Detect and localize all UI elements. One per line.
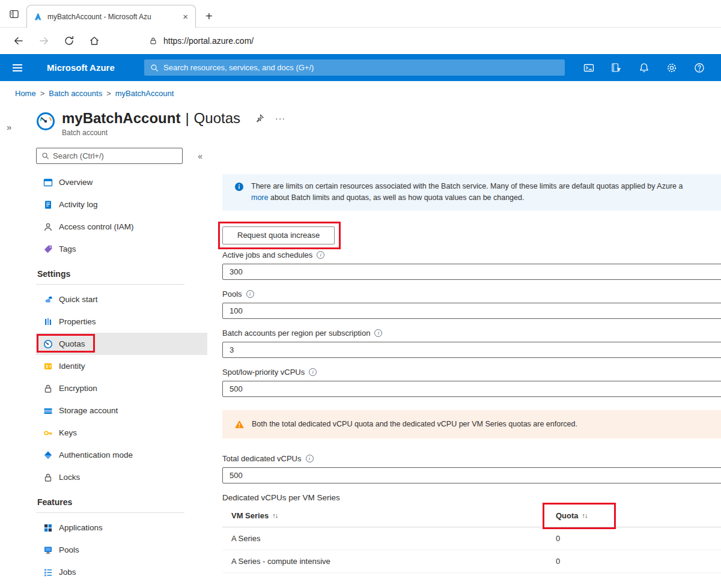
total-dedicated-vcpus-input[interactable]	[222, 467, 721, 483]
info-icon[interactable]: i	[306, 455, 314, 462]
sidebar-item-label: Properties	[59, 317, 96, 326]
table-header-row: VM Series ↑↓ Quota ↑↓	[222, 505, 721, 527]
sidebar-item-pools[interactable]: Pools	[36, 539, 207, 561]
sidebar-item-keys[interactable]: Keys	[36, 422, 207, 444]
info-icon[interactable]: i	[246, 290, 254, 298]
tab-close-icon[interactable]: ×	[181, 11, 189, 22]
sidebar-item-applications[interactable]: Applications	[36, 517, 207, 539]
sidebar-search-box[interactable]	[36, 148, 183, 164]
quotas-icon	[43, 339, 53, 349]
sidebar-item-label: Pools	[59, 545, 79, 554]
more-options-icon[interactable]: ···	[275, 114, 285, 123]
quota-cell: 0	[556, 534, 721, 543]
sidebar-item-label: Overview	[59, 178, 93, 187]
back-icon[interactable]	[13, 35, 24, 46]
sidebar-item-access-control[interactable]: Access control (IAM)	[36, 216, 207, 238]
warning-icon	[234, 419, 245, 429]
azure-brand[interactable]: Microsoft Azure	[47, 62, 135, 73]
sidebar-item-authentication-mode[interactable]: Authentication mode	[36, 444, 207, 466]
request-quota-increase-button[interactable]: Request quota increase	[222, 226, 335, 244]
access-control-icon	[43, 222, 53, 232]
sidebar-item-label: Storage account	[59, 406, 118, 415]
sidebar-item-label: Locks	[59, 473, 80, 482]
page-title-resource: myBatchAccount	[62, 110, 180, 127]
breadcrumb-batch-accounts[interactable]: Batch accounts	[49, 89, 102, 98]
sidebar-collapse-icon[interactable]: «	[198, 151, 202, 161]
sidebar-item-quotas[interactable]: Quotas	[36, 333, 207, 355]
breadcrumb-current[interactable]: myBatchAccount	[115, 89, 174, 98]
field-label: Total dedicated vCPUs	[222, 454, 302, 463]
sidebar-item-label: Tags	[59, 244, 76, 253]
batch-accounts-per-region-input[interactable]	[222, 342, 721, 358]
new-tab-button[interactable]: +	[205, 10, 213, 22]
sidebar-item-encryption[interactable]: Encryption	[36, 377, 207, 399]
tab-actions-icon[interactable]	[5, 4, 23, 24]
cloud-shell-icon[interactable]	[583, 62, 594, 73]
encryption-lock-icon	[43, 384, 53, 393]
jobs-icon	[43, 568, 53, 577]
sort-arrows-icon: ↑↓	[272, 512, 278, 519]
hamburger-menu-icon[interactable]	[0, 54, 35, 81]
sidebar-item-properties[interactable]: Properties	[36, 311, 207, 333]
column-header-quota[interactable]: Quota ↑↓	[556, 511, 721, 520]
lock-icon	[149, 37, 157, 45]
azure-top-bar: Microsoft Azure	[0, 54, 721, 81]
pin-icon[interactable]	[255, 114, 264, 123]
spot-vcpus-input[interactable]	[222, 381, 721, 397]
column-label: Quota	[556, 511, 579, 520]
field-pools: Poolsi	[222, 289, 721, 319]
azure-search-input[interactable]	[163, 63, 559, 72]
azure-search-box[interactable]	[144, 59, 565, 76]
applications-icon	[43, 523, 53, 533]
info-icon[interactable]: i	[317, 251, 324, 259]
sidebar-item-jobs[interactable]: Jobs	[36, 561, 207, 583]
portal-menu-expand-icon[interactable]: »	[7, 122, 11, 132]
field-batch-accounts-per-region: Batch accounts per region per subscripti…	[222, 329, 721, 358]
keys-icon	[43, 428, 53, 438]
authentication-mode-icon	[43, 450, 53, 460]
sidebar-search-input[interactable]	[53, 151, 177, 160]
info-banner-line2: more about Batch limits and quotas, as w…	[251, 192, 683, 204]
sidebar-item-activity-log[interactable]: Activity log	[36, 193, 207, 216]
table-row: A Series - compute intensive 0	[222, 550, 721, 573]
sidebar-item-overview[interactable]: Overview	[36, 171, 207, 193]
info-icon[interactable]: i	[309, 368, 317, 376]
tags-icon	[43, 244, 53, 254]
column-header-vm-series[interactable]: VM Series ↑↓	[231, 511, 556, 520]
url-field[interactable]: https://portal.azure.com/	[149, 36, 254, 46]
field-label: Active jobs and schedules	[222, 250, 312, 259]
vm-series-table: VM Series ↑↓ Quota ↑↓ A Series 0	[222, 505, 721, 573]
properties-icon	[43, 317, 53, 327]
page-subtitle: Batch account	[62, 129, 285, 137]
info-icon[interactable]: i	[374, 329, 382, 337]
sidebar-item-storage-account[interactable]: Storage account	[36, 399, 207, 422]
sidebar-item-identity[interactable]: Identity	[36, 355, 207, 377]
vm-series-table-caption: Dedicated vCPUs per VM Series	[222, 493, 721, 502]
info-banner-line1: There are limits on certain resources as…	[251, 181, 683, 192]
tab-title: myBatchAccount - Microsoft Azu	[47, 13, 177, 21]
browser-tab[interactable]: myBatchAccount - Microsoft Azu ×	[26, 5, 196, 28]
page-title-divider: |	[185, 110, 189, 127]
sidebar-item-tags[interactable]: Tags	[36, 238, 207, 260]
pools-input[interactable]	[222, 303, 721, 319]
sidebar-item-quick-start[interactable]: Quick start	[36, 288, 207, 311]
notifications-bell-icon[interactable]	[639, 62, 650, 73]
forward-icon[interactable]	[38, 35, 49, 46]
help-icon[interactable]	[694, 62, 705, 73]
active-jobs-input[interactable]	[222, 264, 721, 280]
refresh-icon[interactable]	[64, 35, 75, 46]
breadcrumb-separator: >	[40, 89, 45, 98]
sidebar-item-locks[interactable]: Locks	[36, 466, 207, 488]
browser-tab-strip: myBatchAccount - Microsoft Azu × +	[0, 0, 721, 28]
breadcrumb-home[interactable]: Home	[15, 89, 36, 98]
home-icon[interactable]	[89, 35, 100, 46]
settings-gear-icon[interactable]	[666, 62, 677, 73]
learn-more-link[interactable]: more	[251, 193, 268, 202]
vm-series-cell: A Series - compute intensive	[231, 557, 556, 566]
search-icon	[150, 64, 159, 72]
sidebar-item-label: Encryption	[59, 384, 97, 393]
directory-filter-icon[interactable]	[611, 62, 622, 73]
sidebar-section-features: Features	[36, 489, 184, 513]
sidebar-item-label: Applications	[59, 523, 103, 532]
breadcrumb: Home > Batch accounts > myBatchAccount	[0, 81, 721, 105]
